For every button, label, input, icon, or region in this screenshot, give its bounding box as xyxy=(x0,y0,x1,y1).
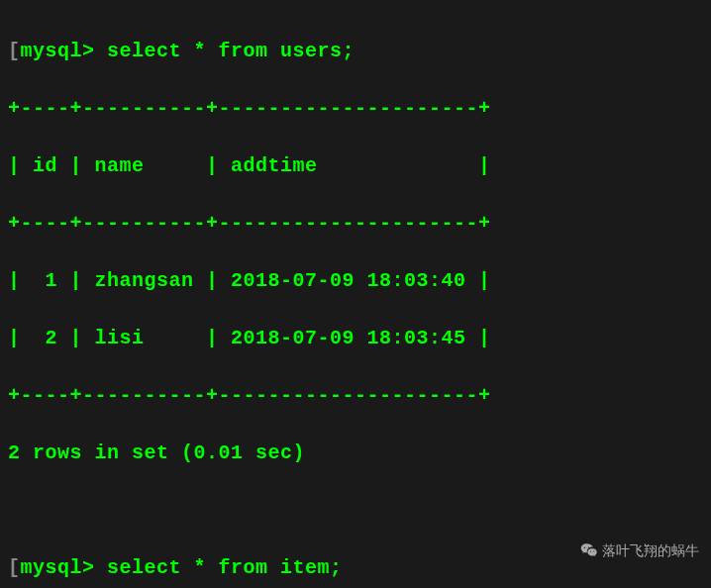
mysql-prompt: mysql> xyxy=(21,40,95,62)
bracket-open: [ xyxy=(8,40,21,62)
wechat-icon xyxy=(580,541,598,559)
query-1-border-top: +----+----------+---------------------+ xyxy=(8,94,703,123)
prompt-line-1[interactable]: [mysql> select * from users; xyxy=(8,37,703,65)
query-1-row-2: | 2 | lisi | 2018-07-09 18:03:45 | xyxy=(8,324,703,352)
query-1-result: 2 rows in set (0.01 sec) xyxy=(8,439,703,467)
query-1-border-mid: +----+----------+---------------------+ xyxy=(8,209,703,238)
query-2-command: select * from item; xyxy=(107,556,343,579)
blank-line xyxy=(8,496,703,525)
watermark: 落叶飞翔的蜗牛 xyxy=(580,540,699,560)
query-1-header: | id | name | addtime | xyxy=(8,151,703,180)
watermark-text: 落叶飞翔的蜗牛 xyxy=(602,540,699,560)
mysql-prompt: mysql> xyxy=(21,556,95,579)
terminal-output: [mysql> select * from users; +----+-----… xyxy=(8,8,703,588)
bracket-open: [ xyxy=(8,556,21,579)
query-1-row-1: | 1 | zhangsan | 2018-07-09 18:03:40 | xyxy=(8,266,703,295)
query-1-border-bottom: +----+----------+---------------------+ xyxy=(8,381,703,410)
query-1-command: select * from users; xyxy=(107,40,355,62)
